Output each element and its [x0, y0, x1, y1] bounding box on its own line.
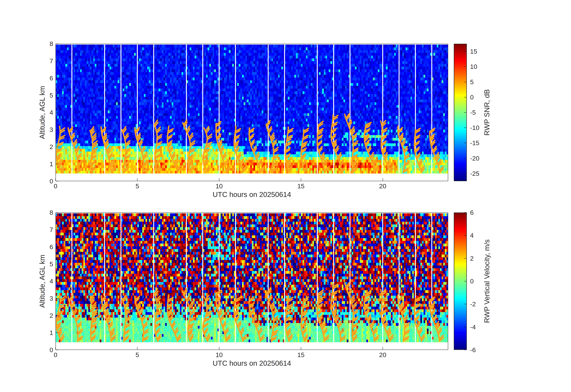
y-tick-mark [56, 112, 58, 113]
y-tick-label: 8 [37, 209, 53, 216]
x-tick-label: 20 [379, 352, 386, 358]
colorbar-tick-mark [464, 235, 466, 235]
x-tick-mark [55, 347, 56, 349]
colorbar-tick-label: 0 [470, 94, 474, 100]
colorbar-tick-label: -20 [470, 155, 479, 161]
colorbar-tick-mark [464, 173, 466, 174]
y-tick-mark [56, 281, 58, 281]
y-tick-mark [56, 350, 58, 350]
x-tick-label: 0 [54, 352, 57, 358]
x-tick-mark [137, 178, 138, 181]
x-tick-label: 15 [297, 183, 304, 189]
y-tick-mark [56, 315, 58, 316]
colorbar-tick-mark [464, 281, 466, 281]
colorbar-tick-label: 10 [470, 63, 477, 70]
y-tick-label: 6 [37, 244, 53, 250]
colorbar-tick-mark [464, 304, 466, 304]
snr-heatmap-canvas [56, 44, 448, 181]
colorbar-tick-mark [464, 143, 466, 143]
x-tick-label: 20 [379, 183, 386, 189]
y-tick-mark [56, 247, 58, 247]
y-tick-mark [56, 298, 58, 299]
y-tick-mark [56, 333, 58, 333]
y-tick-label: 0 [37, 178, 53, 184]
x-tick-mark [137, 347, 138, 349]
x-tick-mark [301, 178, 301, 181]
colorbar-tick-mark [464, 350, 466, 350]
velocity-x-axis-label: UTC hours on 20250614 [213, 360, 291, 367]
y-tick-label: 8 [37, 41, 53, 47]
x-tick-mark [383, 178, 383, 181]
colorbar-tick-mark [464, 128, 466, 128]
colorbar-tick-label: 0 [470, 278, 474, 285]
y-tick-mark [56, 181, 58, 181]
snr-colorbar-label: RWP SNR, dB [483, 89, 491, 136]
y-tick-label: 4 [37, 109, 53, 116]
velocity-heatmap-canvas [56, 213, 448, 350]
y-tick-mark [56, 164, 58, 164]
x-tick-label: 0 [54, 183, 57, 189]
velocity-colorbar-label: RWP Vertical Velocity, m/s [483, 239, 491, 323]
colorbar-tick-mark [464, 66, 466, 67]
colorbar-tick-label: -10 [470, 125, 479, 131]
y-tick-label: 5 [37, 261, 53, 267]
colorbar-tick-label: 15 [470, 48, 477, 55]
x-tick-mark [301, 347, 301, 349]
colorbar-tick-label: -15 [470, 140, 479, 146]
x-tick-label: 5 [136, 352, 139, 358]
snr-x-axis-label: UTC hours on 20250614 [213, 191, 291, 198]
x-tick-label: 10 [215, 352, 223, 358]
y-tick-label: 4 [37, 278, 53, 285]
colorbar-tick-mark [464, 158, 466, 159]
y-tick-label: 2 [37, 144, 53, 150]
y-tick-label: 1 [37, 330, 53, 336]
y-tick-mark [56, 212, 58, 213]
colorbar-tick-label: 6 [470, 209, 474, 216]
y-tick-label: 3 [37, 295, 53, 302]
colorbar-tick-mark [464, 327, 466, 327]
colorbar-tick-label: -25 [470, 170, 479, 177]
x-tick-mark [219, 178, 219, 181]
y-tick-mark [56, 78, 58, 78]
y-tick-mark [56, 130, 58, 130]
y-tick-mark [56, 61, 58, 61]
y-tick-mark [56, 230, 58, 230]
x-tick-mark [383, 347, 383, 349]
y-tick-label: 2 [37, 312, 53, 319]
y-tick-label: 7 [37, 227, 53, 233]
colorbar-tick-label: -2 [470, 301, 476, 307]
colorbar-tick-label: 2 [470, 255, 474, 261]
y-tick-label: 1 [37, 161, 53, 167]
y-tick-mark [56, 44, 58, 44]
y-tick-label: 6 [37, 75, 53, 81]
colorbar-tick-label: 4 [470, 232, 474, 239]
colorbar-tick-mark [464, 258, 466, 259]
y-tick-mark [56, 95, 58, 95]
colorbar-tick-label: -6 [470, 347, 476, 353]
colorbar-tick-mark [464, 97, 466, 97]
colorbar-tick-label: 5 [470, 79, 474, 85]
x-tick-mark [55, 178, 56, 181]
colorbar-tick-mark [464, 82, 466, 82]
y-tick-label: 5 [37, 92, 53, 99]
x-tick-label: 15 [297, 352, 304, 358]
colorbar-tick-label: -4 [470, 324, 476, 330]
colorbar-tick-mark [464, 212, 466, 213]
y-tick-label: 7 [37, 58, 53, 64]
colorbar-tick-label: -5 [470, 109, 476, 116]
colorbar-tick-mark [464, 51, 466, 52]
x-tick-label: 10 [215, 183, 223, 189]
rwp-quicklook-figure: Altitude, AGL km UTC hours on 20250614 R… [0, 0, 571, 392]
y-tick-mark [56, 147, 58, 147]
y-tick-label: 0 [37, 347, 53, 353]
colorbar-tick-mark [464, 112, 466, 113]
x-tick-label: 5 [136, 183, 139, 189]
x-tick-mark [219, 347, 219, 349]
y-tick-mark [56, 264, 58, 264]
y-tick-label: 3 [37, 127, 53, 133]
